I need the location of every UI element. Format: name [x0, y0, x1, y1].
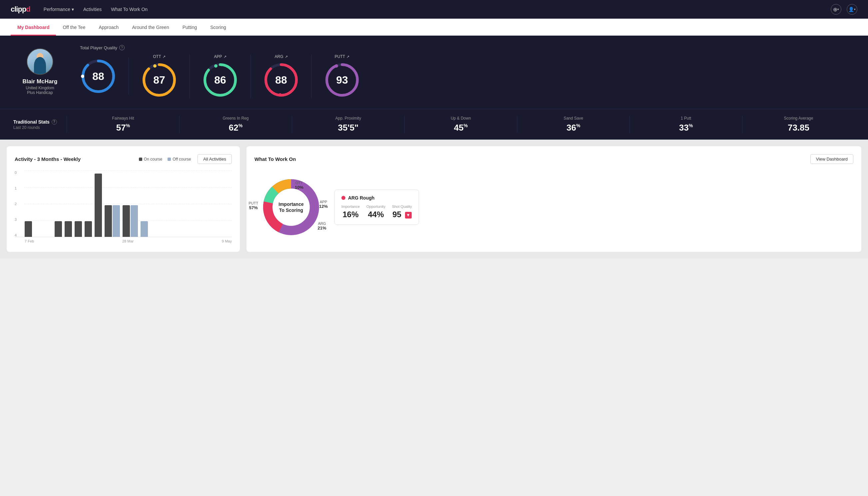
svg-point-5 [153, 64, 157, 68]
chevron-down-icon: ▾ [72, 7, 74, 12]
hero-section: Blair McHarg United Kingdom Plus Handica… [0, 36, 868, 109]
arg-arrow: ↗ [285, 55, 288, 59]
chart-bars [15, 171, 232, 237]
svg-point-2 [81, 75, 84, 78]
stat-greens-in-reg: Greens In Reg 62% [179, 116, 292, 133]
player-handicap: Plus Handicap [27, 90, 53, 95]
activity-panel: Activity - 3 Months - Weekly On course O… [7, 146, 240, 252]
arg-shot-quality-value: 95 ▼ [392, 210, 412, 219]
avatar [27, 48, 53, 75]
arg-card: ARG Rough Importance 16% Opportunity 44%… [334, 189, 419, 225]
user-menu-button[interactable]: 👤 ▾ [847, 4, 857, 15]
top-nav: clippd Performance ▾ Activities What To … [0, 0, 868, 19]
nav-performance[interactable]: Performance ▾ [44, 7, 74, 12]
bottom-section: Activity - 3 Months - Weekly On course O… [0, 140, 868, 259]
bar-group [141, 221, 148, 237]
ts-label-block: Traditional Stats ? Last 20 rounds [13, 119, 67, 130]
arg-card-title: ARG Rough [342, 195, 412, 201]
nav-what-to-work-on[interactable]: What To Work On [111, 7, 147, 12]
bar-on-course [105, 205, 112, 237]
bar-group [75, 221, 82, 237]
arg-opportunity: Opportunity 44% [366, 204, 385, 219]
activity-panel-title: Activity - 3 Months - Weekly [15, 156, 81, 162]
bar-on-course [65, 221, 72, 237]
tab-scoring[interactable]: Scoring [204, 19, 233, 36]
app-logo: clippd [11, 5, 30, 14]
player-info: Blair McHarg United Kingdom Plus Handica… [13, 48, 67, 95]
nav-right: ⊕ ▾ 👤 ▾ [831, 4, 857, 15]
chart-legend: On course Off course [139, 157, 191, 161]
stat-value-proximity: 35'5" [299, 123, 398, 133]
bar-group [123, 205, 138, 237]
circle-ott: 87 [141, 62, 177, 98]
svg-point-11 [279, 93, 282, 97]
what-to-work-on-panel: What To Work On View Dashboard [247, 146, 861, 252]
score-value-app: 86 [214, 74, 226, 86]
putt-label: PUTT ↗ [335, 54, 349, 59]
putt-arrow: ↗ [346, 55, 349, 59]
ott-arrow: ↗ [162, 55, 165, 59]
donut-chart: ImportanceTo Scoring [254, 171, 328, 244]
stat-value-updown: 45% [411, 123, 510, 133]
bar-off-course [141, 221, 148, 237]
wtwon-panel-title: What To Work On [254, 156, 296, 162]
bar-group [25, 221, 32, 237]
help-icon[interactable]: ? [119, 45, 125, 50]
scores-section: Total Player Quality ? 88 [80, 45, 855, 98]
chart-x-labels: 7 Feb 28 Mar 9 May [15, 239, 232, 243]
ts-sublabel: Last 20 rounds [13, 125, 67, 130]
ts-title: Traditional Stats ? [13, 119, 67, 125]
score-cards: 88 OTT ↗ 87 [80, 54, 855, 98]
score-arg: ARG ↗ 88 [251, 54, 312, 98]
tab-putting[interactable]: Putting [176, 19, 204, 36]
svg-point-14 [335, 64, 338, 68]
add-button[interactable]: ⊕ ▾ [831, 4, 841, 15]
circle-putt: 93 [324, 62, 360, 98]
stat-value-1putt: 33% [636, 123, 736, 133]
tab-around-the-green[interactable]: Around the Green [125, 19, 175, 36]
bar-on-course [95, 173, 102, 237]
ts-help-icon[interactable]: ? [52, 119, 57, 125]
stat-scoring-avg: Scoring Average 73.85 [742, 116, 855, 133]
bar-group [54, 221, 62, 237]
circle-arg: 88 [263, 62, 299, 98]
score-value-putt: 93 [336, 74, 348, 86]
tab-my-dashboard[interactable]: My Dashboard [11, 19, 56, 36]
donut-label-app: APP 12% [319, 200, 328, 209]
traditional-stats-bar: Traditional Stats ? Last 20 rounds Fairw… [0, 109, 868, 140]
app-arrow: ↗ [223, 55, 226, 59]
bar-on-course [84, 221, 92, 237]
score-app: APP ↗ 86 [190, 54, 251, 98]
stat-value-scoring: 73.85 [749, 123, 848, 133]
score-value-arg: 88 [275, 74, 287, 86]
stat-value-fairways: 57% [74, 123, 173, 133]
nav-activities[interactable]: Activities [83, 7, 101, 12]
donut-wrapper: ImportanceTo Scoring OTT 10% APP 12% ARG… [254, 171, 328, 244]
player-country: United Kingdom [26, 86, 54, 90]
player-name: Blair McHarg [23, 78, 58, 85]
bar-group [105, 205, 120, 237]
bar-on-course [54, 221, 62, 237]
tabs-bar: My Dashboard Off the Tee Approach Around… [0, 19, 868, 36]
svg-point-8 [214, 64, 218, 68]
score-overall: 88 [80, 58, 129, 95]
stat-app-proximity: App. Proximity 35'5" [292, 116, 404, 133]
tab-approach[interactable]: Approach [92, 19, 125, 36]
app-label: APP ↗ [214, 54, 226, 59]
circle-overall: 88 [80, 58, 116, 95]
stat-fairways-hit: Fairways Hit 57% [67, 116, 179, 133]
arg-opportunity-value: 44% [366, 210, 385, 219]
bar-on-course [75, 221, 82, 237]
plus-icon: ⊕ [833, 6, 837, 13]
legend-on-course: On course [139, 157, 162, 161]
activity-panel-header: Activity - 3 Months - Weekly On course O… [15, 154, 232, 164]
arg-dot [342, 196, 345, 200]
bar-off-course [130, 205, 138, 237]
tab-off-the-tee[interactable]: Off the Tee [56, 19, 92, 36]
view-dashboard-button[interactable]: View Dashboard [810, 154, 853, 164]
bar-off-course [113, 205, 120, 237]
arg-label: ARG ↗ [274, 54, 287, 59]
stat-1putt: 1 Putt 33% [630, 116, 742, 133]
score-ott: OTT ↗ 87 [129, 54, 190, 98]
all-activities-button[interactable]: All Activities [198, 154, 232, 164]
